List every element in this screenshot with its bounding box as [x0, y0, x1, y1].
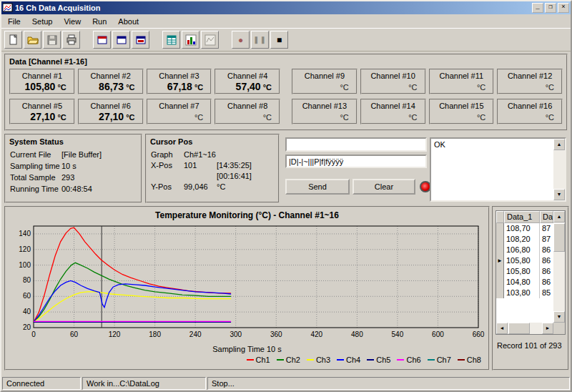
cursor-x-value: 101 — [184, 161, 217, 170]
save-button[interactable] — [43, 31, 61, 49]
system-status-rows: Current File[File Buffer] Sampling time1… — [6, 147, 141, 197]
table-row[interactable]: 108,20 87 — [496, 234, 553, 245]
menu-bar: File Setup View Run About — [1, 14, 571, 28]
table-vertical-scrollbar[interactable]: ▲ ▼ — [553, 211, 565, 323]
channel-value: 27,10 — [99, 111, 124, 122]
scroll-up-icon[interactable]: ▲ — [553, 139, 565, 150]
working-directory-status: Work in...C:\DataLog — [82, 377, 206, 390]
menu-run[interactable]: Run — [87, 15, 112, 28]
status-label: Running Time — [10, 185, 61, 193]
command-input[interactable] — [285, 137, 427, 152]
cursor-graph-label: Graph — [151, 150, 184, 159]
channel-display-11: Channel #11 °C — [429, 69, 495, 94]
channel-label: Channel #16 — [503, 102, 557, 110]
scroll-thumb[interactable] — [508, 323, 530, 334]
stop-button[interactable]: ■ — [270, 31, 288, 49]
close-button[interactable]: × — [558, 3, 569, 13]
svg-text:600: 600 — [432, 330, 444, 338]
print-button[interactable] — [62, 31, 80, 49]
table-row[interactable]: 106,80 86 — [496, 245, 553, 255]
channel-unit: °C — [194, 83, 203, 92]
channel-value: 67,18 — [167, 81, 192, 92]
channel-unit: °C — [546, 83, 554, 92]
panel-view-button[interactable] — [132, 31, 149, 49]
channel-grid-gap — [283, 99, 289, 124]
serial-data-input[interactable] — [285, 155, 427, 168]
open-folder-icon — [27, 34, 39, 46]
pause-button[interactable]: ❚❚ — [251, 31, 269, 49]
bar-graph-button[interactable] — [182, 31, 199, 49]
scroll-down-icon[interactable]: ▼ — [553, 189, 565, 200]
channel-display-4: Channel #4 57,40°C — [214, 69, 280, 94]
legend-item: Ch2 — [277, 356, 300, 364]
table-row[interactable]: 104,80 86 — [496, 277, 553, 288]
table-horizontal-scrollbar[interactable]: ◄ ► — [496, 323, 553, 334]
display-panel-icon — [116, 34, 127, 46]
table-row[interactable]: 108,70 87 — [496, 223, 553, 234]
svg-text:420: 420 — [310, 330, 322, 338]
clear-button[interactable]: Clear — [352, 179, 415, 195]
panel-remove-button[interactable] — [112, 31, 130, 49]
channel-label: Channel #14 — [366, 102, 420, 110]
table-row[interactable]: ► 105,80 86 — [496, 255, 553, 266]
channel-value: 57,40 — [236, 81, 261, 92]
series-color-swatch — [307, 359, 314, 361]
temperature-chart[interactable]: 2040608010012014006012018024030036042048… — [8, 222, 487, 345]
scroll-up-icon[interactable]: ▲ — [553, 211, 565, 222]
line-graph-button[interactable] — [201, 31, 219, 49]
svg-text:120: 120 — [19, 245, 31, 253]
channel-label: Channel #9 — [297, 72, 352, 80]
scrollbar-corner — [553, 323, 565, 334]
menu-about[interactable]: About — [112, 15, 144, 28]
menu-view[interactable]: View — [58, 15, 87, 28]
title-bar[interactable]: 16 Ch Data Acquisition _ ❐ × — [1, 1, 571, 14]
column-header[interactable]: Data_2 — [540, 211, 553, 223]
send-button[interactable]: Send — [285, 179, 350, 195]
svg-text:20: 20 — [22, 323, 31, 331]
series-color-swatch — [367, 359, 374, 361]
scroll-thumb[interactable] — [553, 223, 565, 252]
data-group-title: Data [Channel #1-16] — [6, 55, 566, 67]
data-channels-group: Data [Channel #1-16] Channel #1 105,80°C… — [4, 54, 568, 131]
message-text: OK — [433, 139, 552, 150]
series-color-swatch — [428, 359, 435, 361]
scroll-right-icon[interactable]: ► — [542, 323, 553, 334]
channel-unit: °C — [263, 83, 272, 92]
cursor-y-value: 99,046 — [184, 182, 217, 191]
new-button[interactable] — [4, 31, 22, 49]
menu-file[interactable]: File — [2, 15, 26, 28]
channel-display-6: Channel #6 27,10°C — [78, 99, 144, 124]
data-view-button[interactable] — [162, 31, 180, 49]
chart-panel: Temperature Monitoring (°C) - Channel #1… — [4, 206, 490, 371]
svg-text:300: 300 — [230, 330, 242, 338]
row-marker — [496, 245, 504, 255]
menu-setup[interactable]: Setup — [26, 15, 59, 28]
table-row[interactable]: 103,80 85 — [496, 288, 553, 298]
maximize-button[interactable]: ❐ — [545, 3, 556, 13]
record-button[interactable]: ● — [232, 31, 250, 49]
channel-unit: °C — [340, 113, 348, 122]
panel-add-button[interactable] — [93, 31, 111, 49]
channel-label: Channel #6 — [84, 102, 138, 110]
channel-unit: °C — [263, 113, 272, 122]
row-marker — [496, 234, 504, 245]
scroll-left-icon[interactable]: ◄ — [496, 323, 508, 334]
new-document-icon — [8, 34, 19, 46]
channel-value: 86,73 — [99, 81, 124, 92]
column-header[interactable]: Data_1 — [504, 211, 540, 223]
svg-text:140: 140 — [19, 230, 31, 237]
svg-text:80: 80 — [22, 276, 31, 284]
table-row[interactable]: 105,80 86 — [496, 266, 553, 277]
message-scrollbar[interactable]: ▲ ▼ — [553, 139, 565, 200]
minimize-button[interactable]: _ — [532, 3, 543, 13]
status-label: Total Sample — [10, 173, 61, 182]
connection-status: Connected — [2, 377, 81, 390]
scroll-down-icon[interactable]: ▼ — [553, 311, 565, 323]
record-icon: ● — [238, 36, 243, 44]
channel-label: Channel #8 — [220, 102, 275, 110]
channel-label: Channel #12 — [503, 72, 557, 80]
chart-legend: Ch1 Ch2 Ch3 Ch4 Ch5 Ch6 Ch7 Ch8 — [7, 356, 487, 364]
channel-label: Channel #11 — [435, 72, 489, 80]
open-button[interactable] — [24, 31, 41, 49]
channel-display-10: Channel #10 °C — [360, 69, 426, 94]
